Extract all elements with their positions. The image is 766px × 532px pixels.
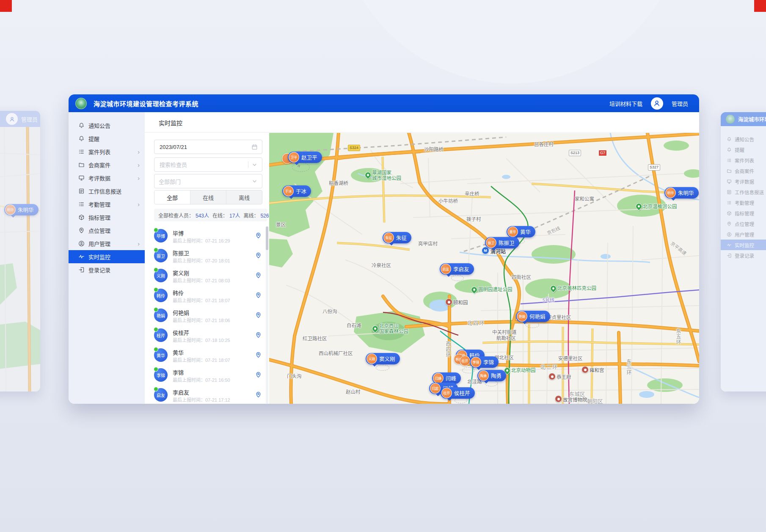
person-marker[interactable]: 李锦李锦 (470, 356, 499, 368)
locate-icon[interactable] (255, 272, 262, 280)
map-canvas[interactable]: S324 S213 G7 S327 稻香湖桥 小牛坊桥 辛庄桥 拨子村 家和公寓… (269, 133, 699, 404)
stats-total-value: 543人 (196, 212, 209, 219)
locate-icon[interactable] (255, 352, 262, 360)
attraction-poi-pin[interactable] (581, 366, 589, 373)
locate-icon[interactable] (255, 332, 262, 340)
chevron-right-icon: › (138, 201, 140, 207)
sidebar-item-reminders[interactable]: 提醒 (69, 132, 145, 145)
person-marker[interactable]: 艳娟何艳娟 (516, 311, 550, 322)
district-label: 朝阳区 (587, 397, 603, 404)
person-marker[interactable]: 卫平赵卫平 (288, 152, 322, 163)
inspector-name: 毕博 (173, 229, 184, 237)
park-poi-label: 翠湖国家城市湿地公园 (372, 170, 401, 181)
inspector-row[interactable]: 桂芹 侯桂芹 最后上报时间：07-18 10:25 (154, 326, 263, 346)
search-input[interactable] (159, 161, 248, 168)
attraction-poi-pin[interactable] (555, 395, 562, 402)
person-marker[interactable]: 启友李启友 (440, 263, 474, 275)
chevron-right-icon: › (138, 149, 140, 155)
person-marker[interactable]: 于冰于冰 (282, 185, 311, 197)
subway-line-label: 5号线 (543, 296, 554, 303)
map-label: 红卫路社区 (303, 335, 327, 342)
sidebar-item-work-report[interactable]: 工作信息报送 (69, 185, 145, 198)
locate-icon[interactable] (255, 312, 262, 320)
road-shield: S327 (648, 164, 660, 171)
app-title: 海淀城市环境建设管理检查考评系统 (94, 99, 198, 108)
inspector-row[interactable]: 黄华 黄华 最后上报时间：07-21 18:07 (154, 346, 263, 366)
map-label: 拨子村 (466, 215, 481, 222)
list-scrollbar[interactable] (266, 226, 268, 404)
sidebar-item-attendance[interactable]: 考勤管理› (69, 198, 145, 211)
road-shield: G7 (598, 150, 607, 156)
locate-icon[interactable] (255, 232, 262, 240)
scrollbar-thumb[interactable] (266, 226, 268, 250)
inspector-search-field[interactable] (154, 157, 262, 172)
tab-offline[interactable]: 离线 (226, 190, 262, 204)
stats-online-value: 17人 (229, 212, 240, 219)
inspector-row[interactable]: 韩伶 韩伶 最后上报时间：07-21 18:07 (154, 286, 263, 306)
inspector-row[interactable]: 李锦 李锦 最后上报时间：07-21 16:50 (154, 366, 263, 386)
inspector-row[interactable]: 义刚 窦义刚 最后上报时间：07-21 08:03 (154, 266, 263, 286)
chevron-right-icon: › (138, 162, 140, 168)
ring-road-label: 东三环 (625, 359, 632, 375)
accuracy-ellipse (526, 322, 539, 328)
person-marker[interactable]: 义刚窦义刚 (366, 353, 400, 364)
stats-online-label: 在线： (212, 212, 228, 219)
sidebar-item-points[interactable]: 点位管理 (69, 224, 145, 237)
ring-road-label: 西四环 (444, 341, 452, 358)
sidebar-item-consult-cases[interactable]: 会商案件› (69, 158, 145, 171)
map-label: 吕各庄村 (534, 141, 554, 147)
person-marker[interactable]: 朱征朱征 (383, 232, 411, 243)
attraction-poi-pin[interactable] (548, 373, 556, 380)
person-marker[interactable]: 桂芹侯桂芹 (441, 387, 475, 399)
carousel-fade-overlay (721, 112, 766, 391)
park-poi-label: 北京动物园 (511, 368, 536, 373)
person-marker[interactable]: 陶勇陶勇 (477, 370, 506, 381)
inspector-row[interactable]: 振卫 陈振卫 最后上报时间：07-20 18:01 (154, 246, 263, 266)
carousel-right-preview[interactable]: 海淀城市环境建设管理检查考评系统 通知公告 提醒 案件列表 会商案件 考评数据 … (721, 112, 766, 391)
sidebar-item-login-records[interactable]: 登录记录 (69, 263, 145, 276)
sidebar-item-case-list[interactable]: 案件列表› (69, 145, 145, 158)
inspector-row[interactable]: 启友 李启友 最后上报时间：07-21 17:12 (154, 386, 263, 404)
tab-online[interactable]: 在线 (190, 190, 226, 204)
attraction-poi-label: 雍和宫 (590, 367, 604, 373)
tab-all[interactable]: 全部 (154, 190, 190, 204)
training-material-download-link[interactable]: 培训材料下载 (609, 99, 642, 108)
map-label: 小牛坊桥 (438, 197, 458, 204)
person-marker[interactable]: 振卫陈振卫 (485, 237, 519, 248)
inspector-last-report-time: 最后上报时间：07-21 18:07 (173, 297, 230, 303)
inspector-list: 毕博 毕博 最后上报时间：07-21 16:29 振卫 陈振卫 最后上报时间：0… (154, 226, 263, 404)
attraction-poi-pin[interactable] (445, 298, 452, 306)
main-content: 实时监控 全部部门 全部 在线 离线 全部检查人员：543人 (145, 112, 699, 404)
chevron-right-icon: › (138, 175, 140, 181)
date-picker-field[interactable] (154, 140, 262, 154)
calendar-icon (251, 144, 258, 150)
road-shield: S213 (569, 150, 581, 156)
inspector-name: 何艳娟 (173, 309, 189, 317)
map-label: 赵山村 (346, 388, 361, 395)
person-marker[interactable]: 明华朱明华 (664, 187, 699, 198)
chevron-down-icon (251, 162, 258, 168)
person-marker[interactable]: 黄华黄华 (507, 226, 535, 237)
person-marker[interactable]: 闫峰闫峰 (432, 372, 461, 384)
sidebar-item-notices[interactable]: 通知公告 (69, 119, 145, 132)
status-tabs: 全部 在线 离线 (154, 190, 262, 204)
user-role-label[interactable]: 管理员 (672, 99, 688, 108)
sidebar-item-users[interactable]: 用户管理› (69, 237, 145, 250)
map-label: 安贞里社区 (547, 314, 571, 320)
accuracy-ellipse (462, 367, 475, 373)
locate-icon[interactable] (255, 252, 262, 260)
sidebar-item-indicators[interactable]: 指标管理 (69, 211, 145, 224)
user-avatar[interactable] (651, 97, 663, 110)
map-label: 稻香湖桥 (329, 179, 348, 186)
inspector-row[interactable]: 艳娟 何艳娟 最后上报时间：07-21 18:06 (154, 306, 263, 326)
sidebar-item-realtime-monitor[interactable]: 实时监控 (69, 250, 145, 263)
department-select[interactable]: 全部部门 (154, 174, 262, 188)
sidebar-item-eval-data[interactable]: 考评数据› (69, 171, 145, 185)
locate-icon[interactable] (255, 292, 262, 300)
locate-icon[interactable] (255, 372, 262, 380)
carousel-left-preview[interactable]: 管理员 明华 朱明华 (0, 111, 40, 391)
locate-icon[interactable] (255, 391, 262, 400)
date-input[interactable] (159, 143, 251, 151)
person-avatar[interactable]: 桂芹 (460, 356, 470, 366)
inspector-row[interactable]: 毕博 毕博 最后上报时间：07-21 16:29 (154, 226, 263, 246)
